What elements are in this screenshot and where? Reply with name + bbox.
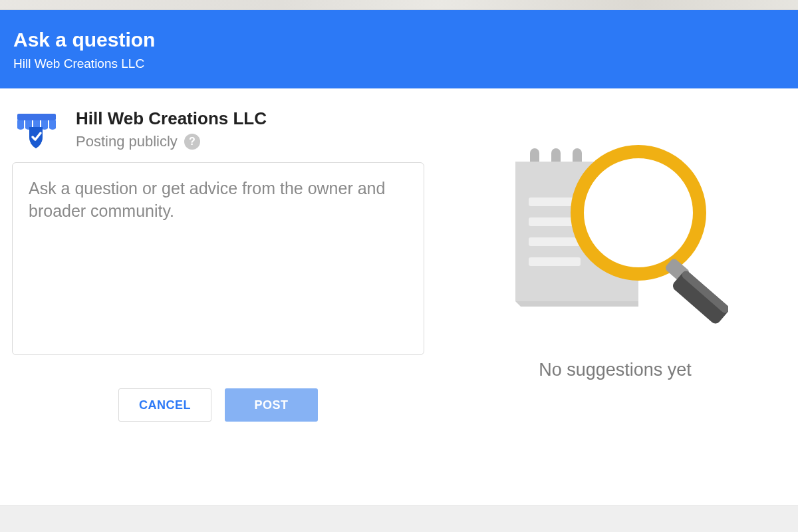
posting-visibility-label: Posting publicly — [76, 133, 178, 150]
author-row: Hill Web Creations LLC Posting publicly … — [12, 103, 424, 162]
svg-rect-8 — [529, 257, 581, 266]
panel-body: Hill Web Creations LLC Posting publicly … — [0, 88, 798, 505]
suggestions-empty-label: No suggestions yet — [539, 360, 692, 380]
suggestions-column: No suggestions yet — [444, 103, 786, 499]
question-textarea[interactable] — [12, 162, 424, 355]
empty-suggestions-illustration — [502, 143, 728, 336]
app-frame: Ask a question Hill Web Creations LLC — [0, 0, 798, 532]
author-name: Hill Web Creations LLC — [76, 108, 267, 129]
storefront-verified-icon — [13, 107, 60, 150]
ask-question-panel: Ask a question Hill Web Creations LLC — [0, 9, 798, 532]
svg-rect-12 — [671, 269, 728, 326]
panel-title: Ask a question — [13, 29, 785, 51]
footer-strip — [0, 505, 798, 532]
background-strip — [0, 0, 798, 9]
action-row: CANCEL POST — [12, 388, 424, 422]
compose-column: Hill Web Creations LLC Posting publicly … — [12, 103, 424, 499]
author-meta: Hill Web Creations LLC Posting publicly … — [76, 107, 267, 150]
panel-header: Ask a question Hill Web Creations LLC — [0, 10, 798, 88]
panel-subtitle: Hill Web Creations LLC — [13, 57, 785, 71]
post-button[interactable]: POST — [225, 388, 318, 422]
help-icon[interactable]: ? — [184, 134, 200, 150]
posting-visibility: Posting publicly ? — [76, 133, 267, 150]
svg-rect-0 — [17, 114, 56, 120]
cancel-button[interactable]: CANCEL — [118, 388, 211, 422]
